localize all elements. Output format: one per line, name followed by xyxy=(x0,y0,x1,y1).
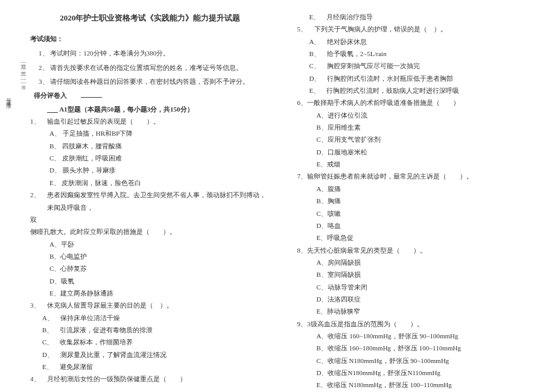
option: D、法洛四联症 xyxy=(317,293,538,305)
option: C、 收集尿标本，作细菌培养 xyxy=(42,336,270,348)
question-3: 3、休克病人留置导尿最主要的目的是（ ）。 A、 保持床单位清洁干燥 B、 引流… xyxy=(30,299,270,373)
q-stem: 输血引起过敏反应的表现是（ ）。 xyxy=(47,115,270,127)
q-stem-cont: 双 xyxy=(30,213,270,226)
option: A、 手足抽搐，HR和BP下降 xyxy=(49,127,270,139)
q-stem: 3级高血压是指血压的范围为（ ）。 xyxy=(307,320,423,327)
score-heading: 得分评卷入 xyxy=(34,92,67,99)
instruction-item: 3、 请仔细阅读各种题目的回答要求，在密封线内答题，否则不予评分。 xyxy=(39,75,270,87)
option: C、应用支气管扩张剂 xyxy=(317,133,538,145)
q-stem: 下列关于气胸病人的护理，错误的是（ ）。 xyxy=(314,23,538,35)
q-stem: 患者因癫痫发室性早搏入院。去卫生间突然不省人事，颈动脉扪不到搏动，未闻及呼吸音， xyxy=(47,189,270,213)
q-number: 8、 xyxy=(297,247,308,254)
right-column: E、 月经病治疗指导 5、下列关于气胸病人的护理，错误的是（ ）。 A、 绝对卧… xyxy=(297,11,538,386)
q-stem: 输卵管妊娠患者前来就诊时，最常见的主诉是（ ）。 xyxy=(307,172,473,180)
option: E、 皮肤潮润，脉速，脸色苍白 xyxy=(49,177,270,189)
option: C、心肺复苏 xyxy=(49,262,270,274)
option: A、收缩压 160~180mmHg，舒张压 90~100mmHg xyxy=(317,330,538,342)
q-number: 3、 xyxy=(30,299,47,311)
q-stem: 休克病人留置导尿最主要的目的是（ ）。 xyxy=(47,299,270,311)
option: E、收缩压 N180mmHg，舒张压 100~110mmHg xyxy=(317,379,538,391)
question-4: 4、月经初潮后女性的一级预防保健重点是（ ） 。 A、 避孕指导 B、 经期卫生… xyxy=(30,373,270,392)
option: D、口服地塞米松 xyxy=(317,146,538,158)
option: D、 眼头水肿，荨麻疹 xyxy=(49,164,270,176)
binding-label: 号证考准 xyxy=(5,93,13,101)
question-5: 5、下列关于气胸病人的护理，错误的是（ ）。 A、 绝对卧床休息 B、 给予吸氧… xyxy=(297,23,538,96)
exam-page: 2020年护士职业资格考试《实践能力》能力提升试题 考试须知： 1、 考试时间：… xyxy=(0,0,555,392)
q-stem: 一般择期手术病人的术前呼吸道准备措施是（ ） xyxy=(307,99,460,106)
q-number: 1、 xyxy=(30,115,47,127)
exam-title: 2020年护士职业资格考试《实践能力》能力提升试题 xyxy=(30,11,270,25)
option: D、 行胸腔闭式引流时，水封瓶应低于患者胸部 xyxy=(309,72,538,84)
instruction-item: 1、 考试时间：120分钟，本卷满分为380分。 xyxy=(39,47,270,59)
option: D、收缩压N180mmHg，舒张压N110mmHg xyxy=(317,367,538,379)
question-1: 1、输血引起过敏反应的表现是（ ）。 A、 手足抽搐，HR和BP下降 B、 四肢… xyxy=(30,115,270,189)
option: A、 绝对卧床休息 xyxy=(309,36,538,48)
option: B、 引流尿液，促进有毒物质的排泄 xyxy=(42,324,270,336)
option: B、心电监护 xyxy=(49,250,270,262)
option: C、 皮肤潮红，呼吸困难 xyxy=(49,152,270,164)
option: E、戒烟 xyxy=(317,158,538,170)
vertical-bar-icon xyxy=(47,112,58,113)
option: E、建立两条静脉通路 xyxy=(49,287,270,299)
option: A、房间隔缺损 xyxy=(317,256,538,268)
option: B、 给予吸氧，2~5L/rain xyxy=(309,48,538,60)
question-9: 9、3级高血压是指血压的范围为（ ）。 A、收缩压 160~180mmHg，舒张… xyxy=(297,318,538,391)
option: E、 行胸腔闭式引流时，鼓励病人定时进行深呼吸 xyxy=(309,84,538,96)
question-6: 6、一般择期手术病人的术前呼吸道准备措施是（ ） A、进行体位引流 B、应用维生… xyxy=(297,96,538,170)
q-number: 2、 xyxy=(30,189,47,213)
option: B、室间隔缺损 xyxy=(317,268,538,280)
question-7: 7、输卵管妊娠患者前来就诊时，最常见的主诉是（ ）。 A、腹痛 B、胸痛 C、咳… xyxy=(297,170,538,244)
notice-heading: 考试须知： xyxy=(30,33,270,45)
option: C、咳嗽 xyxy=(317,207,538,220)
instruction-item: 2、 请首先按要求在试卷的指定位置填写您的姓名，准考证号等信息。 xyxy=(39,62,270,74)
option: B、胸痛 xyxy=(317,195,538,207)
option: E、 避免尿潴留 xyxy=(42,361,270,373)
question-2: 2、患者因癫痫发室性早搏入院。去卫生间突然不省人事，颈动脉扪不到搏动，未闻及呼吸… xyxy=(30,189,270,299)
option: B、收缩压 160~180mmHg，舒张压 100~110mmHg xyxy=(317,342,538,354)
option: B、 四肢麻木，腰背酸痛 xyxy=(49,140,270,152)
a1-title: A1型题（本题共50题，每小题3分，共150分） xyxy=(59,106,193,113)
q-stem-tail: 。 xyxy=(30,385,270,392)
q-stem: 先天性心脏病最常见的类型是（ ）。 xyxy=(307,247,427,254)
option: D、咯血 xyxy=(317,220,538,232)
q-number: 7、 xyxy=(297,172,308,180)
option: D、吸氧 xyxy=(49,275,270,287)
left-column: 2020年护士职业资格考试《实践能力》能力提升试题 考试须知： 1、 考试时间：… xyxy=(30,11,270,386)
option: A、腹痛 xyxy=(317,183,538,195)
divider-line xyxy=(81,97,102,98)
q-number: 6、 xyxy=(297,99,308,106)
option: C、动脉导管未闭 xyxy=(317,281,538,293)
binding-dots: 题┊┊答┊┊┊┊准┊ xyxy=(19,60,26,84)
option: A、 保持床单位清洁干燥 xyxy=(42,312,270,324)
option: B、应用维生素 xyxy=(317,121,538,133)
option: C、 胸腔穿刺抽气应尽可能一次抽完 xyxy=(309,60,538,72)
option: C、收缩压 N180mmHg，舒张压 90~100mmHg xyxy=(317,355,538,367)
option: E、呼吸急促 xyxy=(317,232,538,244)
score-row: 得分评卷入 xyxy=(30,89,270,101)
option: A、进行体位引流 xyxy=(317,109,538,121)
q-stem: 月经初潮后女性的一级预防保健重点是（ ） xyxy=(47,373,270,385)
q-stem-cont: 侧瞳孔散大。此时应立即采取的措施是（ ）。 xyxy=(30,226,270,238)
option: A、平卧 xyxy=(49,238,270,250)
question-8: 8、先天性心脏病最常见的类型是（ ）。 A、房间隔缺损 B、室间隔缺损 C、动脉… xyxy=(297,244,538,318)
section-a1-heading: A1型题（本题共50题，每小题3分，共150分） xyxy=(47,103,270,115)
option: E、肺动脉狭窄 xyxy=(317,305,538,317)
option: D、 测尿量及比重，了解肾血流灌注情况 xyxy=(42,349,270,361)
option: E、 月经病治疗指导 xyxy=(309,11,538,23)
q-number: 5、 xyxy=(297,23,314,35)
q-number: 4、 xyxy=(30,373,47,385)
q-number: 9、 xyxy=(297,320,308,327)
